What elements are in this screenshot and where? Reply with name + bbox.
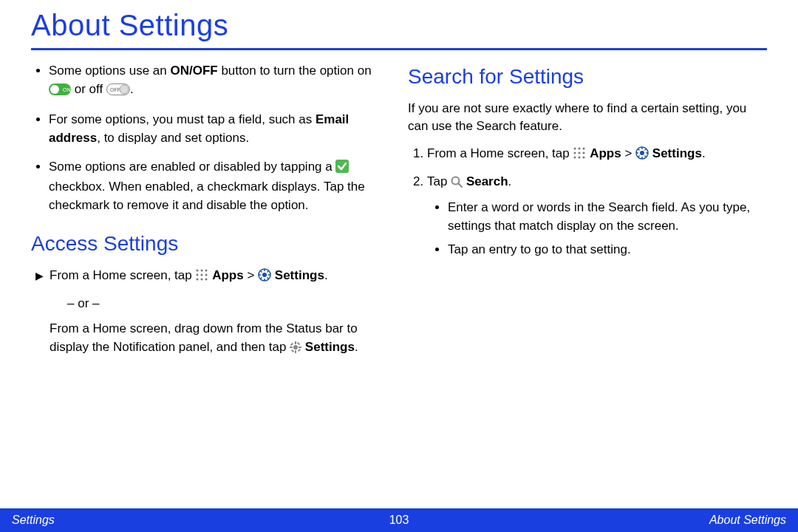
- sub-bullet-2: Tap an entry to go to that setting.: [448, 241, 767, 259]
- svg-line-53: [638, 155, 640, 157]
- svg-rect-28: [295, 350, 296, 353]
- text: or off: [71, 82, 106, 96]
- search-icon: [451, 175, 463, 194]
- svg-rect-29: [290, 347, 293, 348]
- or-text: – or –: [67, 295, 390, 313]
- footer-left: Settings: [12, 514, 55, 527]
- svg-point-10: [197, 274, 199, 276]
- text: .: [130, 82, 134, 96]
- text: , to display and set options.: [97, 131, 249, 145]
- svg-rect-34: [291, 349, 294, 352]
- bold-settings: Settings: [275, 268, 324, 282]
- bold-settings-2: Settings: [305, 340, 355, 354]
- checkbox-icon: [335, 160, 349, 179]
- bold-apps: Apps: [590, 146, 621, 160]
- footer-right: About Settings: [709, 514, 786, 527]
- svg-rect-27: [295, 341, 296, 344]
- apps-grid-icon: [195, 268, 208, 287]
- svg-rect-6: [335, 160, 349, 173]
- text: >: [621, 146, 635, 160]
- gear-icon: [290, 341, 301, 359]
- left-column: Some options use an ON/OFF button to tur…: [31, 62, 390, 366]
- text: From a Home screen, tap: [50, 268, 195, 282]
- search-intro: If you are not sure exactly where to fin…: [408, 100, 767, 136]
- footer-page-number: 103: [389, 514, 409, 527]
- svg-line-25: [261, 278, 262, 279]
- title-rule: [31, 48, 767, 50]
- bullet-onoff: Some options use an ON/OFF button to tur…: [49, 62, 390, 100]
- svg-point-5: [120, 85, 129, 94]
- step-2: Tap Search. Enter a word or words in the…: [427, 173, 767, 260]
- svg-text:OFF: OFF: [110, 87, 120, 92]
- text: From a Home screen, tap: [427, 146, 573, 160]
- svg-point-45: [640, 151, 644, 155]
- svg-point-15: [205, 279, 208, 281]
- text: >: [244, 268, 258, 282]
- svg-rect-32: [298, 349, 301, 352]
- text: Some options use an: [49, 64, 170, 78]
- toggle-on-icon: ON: [49, 83, 71, 101]
- svg-point-37: [583, 147, 585, 149]
- text: Some options are enabled or disabled by …: [49, 160, 335, 174]
- svg-rect-31: [290, 343, 293, 346]
- svg-point-39: [579, 151, 581, 154]
- svg-line-52: [645, 149, 647, 150]
- svg-line-55: [459, 183, 463, 187]
- svg-line-24: [267, 271, 269, 273]
- svg-point-35: [574, 147, 576, 149]
- svg-point-36: [579, 147, 581, 149]
- toggle-off-icon: OFF: [106, 83, 130, 101]
- svg-point-14: [201, 279, 203, 281]
- settings-gear-icon: [635, 146, 649, 166]
- svg-line-50: [638, 149, 640, 150]
- text: .: [324, 268, 328, 282]
- access-settings-heading: Access Settings: [31, 229, 390, 259]
- text: .: [702, 146, 706, 160]
- bullet-email: For some options, you must tap a field, …: [49, 111, 390, 147]
- svg-point-38: [574, 151, 576, 154]
- svg-text:ON: ON: [63, 87, 71, 92]
- page-footer: Settings 103 About Settings: [0, 508, 798, 532]
- svg-point-17: [262, 273, 267, 277]
- arrow-step: ▶ From a Home screen, tap Apps > Setting…: [31, 267, 390, 359]
- text: For some options, you must tap a field, …: [49, 112, 316, 126]
- right-column: Search for Settings If you are not sure …: [408, 62, 767, 366]
- text: checkbox. When enabled, a checkmark disp…: [49, 180, 365, 212]
- search-settings-heading: Search for Settings: [408, 62, 767, 92]
- svg-point-11: [201, 274, 203, 276]
- svg-point-8: [201, 270, 203, 272]
- svg-rect-30: [299, 347, 301, 348]
- text: Tap: [427, 174, 451, 188]
- bold-settings: Settings: [652, 146, 702, 160]
- svg-point-42: [579, 156, 581, 158]
- step-1: From a Home screen, tap Apps > Settings.: [427, 145, 767, 166]
- svg-point-12: [205, 274, 208, 276]
- settings-gear-icon: [258, 268, 271, 287]
- svg-point-43: [583, 156, 585, 158]
- text: button to turn the option on: [218, 64, 372, 78]
- svg-line-23: [267, 278, 269, 279]
- drag-down-paragraph: From a Home screen, drag down from the S…: [50, 320, 390, 358]
- svg-line-22: [261, 271, 262, 273]
- bullet-checkbox: Some options are enabled or disabled by …: [49, 158, 390, 215]
- svg-point-40: [583, 151, 585, 154]
- svg-point-41: [574, 156, 576, 158]
- arrow-marker-icon: ▶: [35, 267, 44, 359]
- page-title: About Settings: [31, 9, 767, 42]
- text: .: [508, 174, 512, 188]
- svg-point-26: [293, 345, 298, 349]
- bold-apps: Apps: [212, 268, 244, 282]
- bold-search: Search: [466, 174, 508, 188]
- svg-line-51: [645, 155, 647, 157]
- svg-rect-33: [297, 342, 300, 345]
- text: .: [355, 340, 358, 354]
- svg-point-1: [50, 85, 59, 94]
- svg-point-7: [197, 270, 199, 272]
- bold-onoff: ON/OFF: [170, 64, 217, 78]
- svg-point-9: [205, 270, 208, 272]
- svg-point-13: [197, 279, 199, 281]
- sub-bullet-1: Enter a word or words in the Search fiel…: [448, 199, 767, 235]
- apps-grid-icon: [573, 146, 586, 166]
